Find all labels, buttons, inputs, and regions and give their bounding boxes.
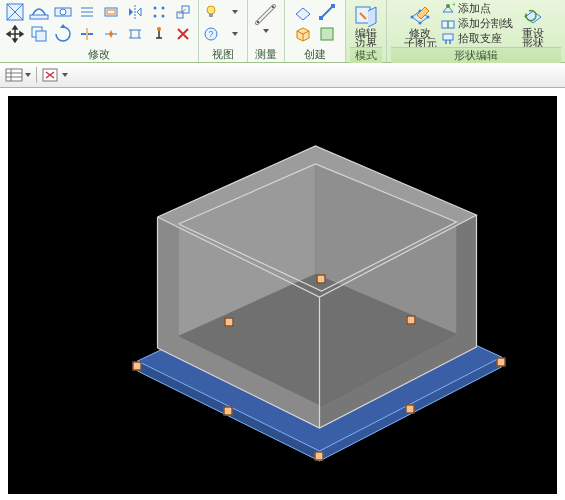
svg-point-28 (419, 22, 422, 25)
svg-point-11 (162, 15, 165, 18)
close-view-button[interactable] (41, 65, 69, 85)
pick-support-icon (441, 32, 455, 46)
secondary-toolbar (0, 63, 565, 88)
toolbar-separator (36, 67, 37, 83)
trim-icon[interactable] (76, 23, 98, 45)
svg-point-10 (154, 15, 157, 18)
svg-rect-22 (331, 4, 335, 8)
dim-align-icon[interactable] (124, 23, 146, 45)
create-plane-icon[interactable] (292, 1, 314, 23)
offset-icon[interactable] (100, 1, 122, 23)
delete-icon[interactable] (172, 23, 194, 45)
move-tool-icon[interactable] (4, 23, 26, 45)
edit-type-icon[interactable] (4, 1, 26, 23)
svg-rect-21 (319, 16, 323, 20)
grip-corner-back[interactable] (317, 275, 326, 284)
align-icon[interactable] (76, 1, 98, 23)
svg-rect-16 (209, 14, 213, 17)
svg-point-20 (272, 6, 274, 8)
svg-point-15 (207, 6, 215, 14)
create-line-icon[interactable] (316, 1, 338, 23)
add-point-label: 添加点 (458, 1, 491, 16)
create-solid-icon[interactable] (292, 23, 314, 45)
grip-corner-front[interactable] (315, 452, 324, 461)
dropdown-icon[interactable] (224, 1, 246, 23)
svg-point-12 (157, 27, 161, 31)
add-point-button[interactable]: + 添加点 (439, 1, 515, 16)
copy-tool-icon[interactable] (28, 23, 50, 45)
svg-rect-32 (443, 34, 453, 40)
panel-view: ? 视图 (199, 0, 248, 62)
grip-mid-left[interactable] (224, 407, 233, 416)
scale-icon[interactable] (172, 1, 194, 23)
array-icon[interactable] (148, 1, 170, 23)
panel-measure: 测量 (248, 0, 285, 62)
pick-support-label: 拾取支座 (458, 31, 502, 46)
panel-mode: 编辑 边界 模式 (346, 0, 387, 62)
pick-support-button[interactable]: 拾取支座 (439, 31, 515, 46)
viewport-3d[interactable] (8, 96, 557, 494)
panel-modify-label: 修改 (88, 47, 110, 62)
add-split-line-button[interactable]: 添加分割线 (439, 16, 515, 31)
svg-rect-7 (107, 10, 115, 14)
svg-rect-23 (321, 28, 333, 40)
create-region-icon[interactable] (316, 23, 338, 45)
join-geom-icon[interactable] (28, 1, 50, 23)
svg-rect-33 (6, 69, 22, 81)
grip-mid-right[interactable] (406, 405, 415, 414)
dropdown2-icon[interactable] (224, 23, 246, 45)
svg-point-5 (60, 9, 66, 15)
svg-point-9 (162, 7, 165, 10)
panel-create: 创建 (285, 0, 346, 62)
panel-shape-edit: 修改 子图元 + 添加点 添加分割线 拾取支座 (387, 0, 565, 62)
reset-shape-button[interactable]: 重设 形状 (517, 1, 549, 48)
help-icon[interactable]: ? (200, 23, 222, 45)
add-point-icon: + (441, 2, 455, 16)
grip-mid-back-l[interactable] (225, 318, 234, 327)
edit-sub-element-button[interactable]: 修改 子图元 (403, 1, 437, 48)
panel-modify: 修改 (0, 0, 199, 62)
svg-text:?: ? (208, 29, 213, 39)
cut-geom-icon[interactable] (52, 1, 74, 23)
panel-view-label: 视图 (212, 47, 234, 62)
panel-create-label: 创建 (304, 47, 326, 62)
add-split-line-icon (441, 17, 455, 31)
model-svg (8, 96, 557, 494)
svg-text:+: + (452, 2, 455, 8)
mirror-icon[interactable] (124, 1, 146, 23)
svg-point-19 (257, 21, 259, 23)
svg-point-29 (446, 4, 450, 8)
viewport-frame (0, 88, 565, 500)
grip-mid-back-r[interactable] (407, 316, 416, 325)
panel-mode-label: 模式 (350, 47, 382, 63)
edit-boundary-button[interactable]: 编辑 边界 (350, 1, 382, 48)
svg-point-25 (411, 16, 414, 19)
svg-rect-1 (30, 15, 48, 19)
pin-icon[interactable] (148, 23, 170, 45)
light-bulb-icon[interactable] (200, 1, 222, 23)
split-icon[interactable] (100, 23, 122, 45)
svg-point-8 (154, 7, 157, 10)
rotate-tool-icon[interactable] (52, 23, 74, 45)
ribbon: 修改 ? 视图 测量 (0, 0, 565, 63)
panel-measure-label: 测量 (255, 47, 277, 62)
grip-corner-right[interactable] (497, 358, 506, 367)
svg-rect-3 (36, 31, 46, 41)
grip-corner-left[interactable] (133, 362, 142, 371)
add-split-line-label: 添加分割线 (458, 16, 513, 31)
panel-shape-edit-label: 形状编辑 (391, 47, 561, 63)
list-view-button[interactable] (4, 65, 32, 85)
measure-button[interactable] (252, 1, 280, 33)
svg-point-26 (427, 16, 430, 19)
